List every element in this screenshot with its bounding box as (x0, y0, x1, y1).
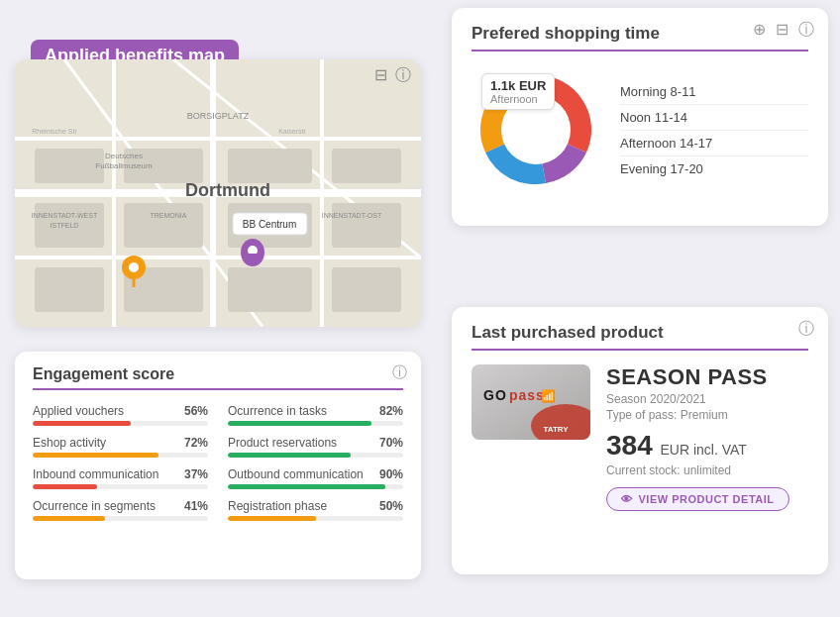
engagement-card-title: Engagement score (33, 365, 403, 390)
product-inner: GO pass 📶 TATRY SEASON PASS Season 2020/… (472, 364, 808, 511)
eng-registration: Registration phase 50% (228, 499, 403, 521)
svg-text:INNENSTADT-OST: INNENSTADT-OST (322, 212, 382, 219)
view-product-detail-button[interactable]: 👁 VIEW PRODUCT DETAIL (606, 487, 789, 511)
gopass-svg: GO pass 📶 TATRY (472, 364, 590, 440)
donut-tooltip: 1.1k EUR Afternoon (481, 73, 555, 110)
legend-noon: Noon 11-14 (620, 105, 808, 131)
map-icons: ⊟ ⓘ (374, 65, 411, 86)
shopping-legend: Morning 8-11 Noon 11-14 Afternoon 14-17 … (620, 79, 808, 181)
product-details: SEASON PASS Season 2020/2021 Type of pas… (606, 364, 808, 511)
map-container: BORSIGPLATZ Deutsches Fußballmuseum INNE… (15, 59, 421, 327)
product-price-value: 384 (606, 430, 653, 461)
donut-chart: 1.1k EUR Afternoon (472, 65, 600, 194)
legend-morning-label: Morning 8-11 (620, 84, 696, 99)
shopping-edit-icon[interactable]: ⊟ (776, 20, 788, 41)
product-info-icon[interactable]: ⓘ (798, 319, 814, 340)
eng-tasks-label: Ocurrence in tasks (228, 404, 327, 418)
eng-inbound: Inbound communication 37% (33, 467, 208, 489)
svg-text:BB Centrum: BB Centrum (243, 219, 296, 230)
view-detail-icon: 👁 (621, 493, 633, 505)
engagement-card: ⓘ Engagement score Applied vouchers 56% … (15, 352, 421, 579)
eng-eshop: Eshop activity 72% (33, 436, 208, 458)
svg-rect-14 (332, 149, 401, 183)
eng-av-pct: 56% (184, 404, 208, 418)
eng-out-pct: 90% (379, 467, 403, 481)
shopping-card: ⊕ ⊟ ⓘ Prefered shopping time 1.1k EUR Af… (452, 8, 828, 226)
legend-afternoon: Afternoon 14-17 (620, 131, 808, 156)
tooltip-amount: 1.1k EUR (490, 78, 546, 93)
eng-reservations: Product reservations 70% (228, 436, 403, 458)
map-card: Applied benefits map (15, 59, 421, 327)
eng-inbound-pct: 37% (184, 467, 208, 481)
eng-outbound: Outbound communication 90% (228, 467, 403, 489)
svg-text:ISTFELD: ISTFELD (51, 222, 79, 229)
engagement-info-icon[interactable]: ⓘ (392, 363, 407, 382)
svg-rect-13 (228, 149, 312, 183)
svg-rect-19 (228, 267, 312, 312)
map-edit-icon[interactable]: ⊟ (374, 65, 387, 86)
product-card: ⓘ Last purchased product GO pass (452, 307, 828, 574)
engagement-grid: Applied vouchers 56% Eshop activity 72% … (33, 404, 403, 531)
svg-rect-17 (35, 267, 104, 312)
product-price-unit: EUR incl. VAT (661, 442, 747, 458)
eng-res-label: Product reservations (228, 436, 337, 450)
eng-seg-pct: 41% (184, 499, 208, 513)
svg-rect-16 (332, 203, 401, 248)
eng-eshop-pct: 72% (184, 436, 208, 450)
svg-point-32 (129, 262, 139, 272)
eng-applied-vouchers: Applied vouchers 56% (33, 404, 208, 426)
eng-av-label: Applied vouchers (33, 404, 124, 418)
svg-text:Kaiserstr: Kaiserstr (278, 128, 306, 135)
svg-text:BORSIGPLATZ: BORSIGPLATZ (187, 111, 250, 121)
shopping-inner: 1.1k EUR Afternoon Morning 8-11 Noon 11-… (472, 65, 808, 194)
eng-reg-pct: 50% (379, 499, 403, 513)
shopping-card-actions: ⊕ ⊟ ⓘ (753, 20, 814, 41)
svg-text:TREMONIA: TREMONIA (151, 212, 187, 219)
product-price: 384 EUR incl. VAT (606, 430, 808, 462)
product-image-wrap: GO pass 📶 TATRY (472, 364, 590, 440)
map-svg: BORSIGPLATZ Deutsches Fußballmuseum INNE… (15, 59, 421, 327)
svg-rect-20 (332, 267, 401, 312)
svg-text:Fußballmuseum: Fußballmuseum (95, 161, 153, 170)
product-stock: Current stock: unlimited (606, 463, 808, 477)
legend-afternoon-label: Afternoon 14-17 (620, 136, 712, 151)
legend-morning: Morning 8-11 (620, 79, 808, 105)
svg-rect-12 (124, 203, 203, 248)
map-info-icon[interactable]: ⓘ (395, 65, 411, 86)
svg-text:📶: 📶 (541, 388, 556, 403)
gopass-card: GO pass 📶 TATRY (472, 364, 590, 440)
product-season: Season 2020/2021 (606, 392, 808, 406)
svg-text:GO: GO (483, 387, 507, 403)
eng-inbound-label: Inbound communication (33, 467, 158, 481)
legend-noon-label: Noon 11-14 (620, 110, 687, 125)
eng-seg-label: Ocurrence in segments (33, 499, 156, 513)
shopping-info-icon[interactable]: ⓘ (798, 20, 814, 41)
svg-text:INNENSTADT-WEST: INNENSTADT-WEST (32, 212, 98, 219)
legend-evening: Evening 17-20 (620, 156, 808, 181)
eng-eshop-label: Eshop activity (33, 436, 106, 450)
eng-tasks: Ocurrence in tasks 82% (228, 404, 403, 426)
product-pass-type: Type of pass: Premium (606, 408, 808, 422)
legend-evening-label: Evening 17-20 (620, 161, 703, 176)
engagement-right: Ocurrence in tasks 82% Product reservati… (228, 404, 403, 531)
view-detail-label: VIEW PRODUCT DETAIL (639, 493, 775, 505)
eng-res-pct: 70% (379, 436, 403, 450)
eng-tasks-pct: 82% (379, 404, 403, 418)
svg-text:Rheinische Str: Rheinische Str (32, 128, 77, 135)
svg-rect-9 (35, 149, 104, 183)
product-card-title: Last purchased product (472, 323, 808, 351)
eng-out-label: Outbound communication (228, 467, 364, 481)
product-name: SEASON PASS (606, 364, 808, 390)
tooltip-period: Afternoon (490, 93, 546, 105)
shopping-add-icon[interactable]: ⊕ (753, 20, 766, 41)
eng-reg-label: Registration phase (228, 499, 327, 513)
svg-text:pass: pass (509, 387, 545, 403)
engagement-left: Applied vouchers 56% Eshop activity 72% … (33, 404, 208, 531)
svg-text:Deutsches: Deutsches (105, 152, 143, 160)
svg-text:TATRY: TATRY (543, 425, 569, 434)
svg-text:Dortmund: Dortmund (185, 180, 270, 200)
eng-segments: Ocurrence in segments 41% (33, 499, 208, 521)
